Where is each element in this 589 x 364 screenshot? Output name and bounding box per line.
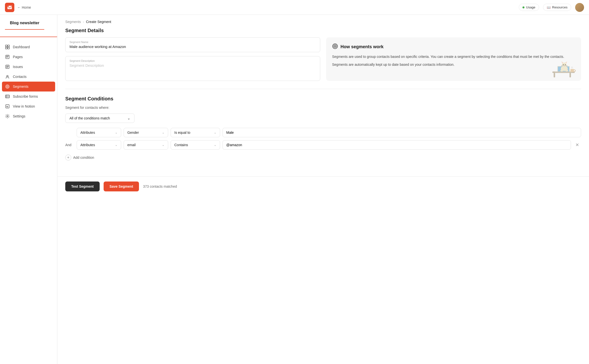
add-condition-plus-icon: + bbox=[65, 155, 71, 160]
svg-rect-7 bbox=[6, 56, 9, 56]
dashboard-icon bbox=[5, 45, 10, 49]
test-segment-button[interactable]: Test Segment bbox=[65, 182, 100, 191]
svg-point-13 bbox=[7, 75, 8, 77]
user-avatar[interactable] bbox=[575, 3, 584, 12]
segment-conditions-title: Segment Conditions bbox=[65, 96, 581, 102]
breadcrumb: Segments › Create Segment bbox=[57, 15, 589, 28]
add-condition-button[interactable]: + Add condition bbox=[65, 153, 581, 162]
svg-rect-2 bbox=[5, 45, 7, 47]
segments-icon bbox=[5, 84, 10, 89]
svg-point-44 bbox=[560, 69, 563, 71]
svg-point-45 bbox=[565, 69, 568, 71]
svg-rect-31 bbox=[555, 71, 572, 72]
condition-2-value-input[interactable] bbox=[223, 140, 571, 150]
chevron-down-icon: ⌄ bbox=[162, 131, 164, 134]
settings-icon bbox=[5, 114, 10, 119]
match-conditions-select[interactable]: All of the conditions match ⌄ bbox=[65, 114, 135, 123]
sidebar-issues-label: Issues bbox=[13, 65, 23, 69]
delete-condition-2-button[interactable]: ✕ bbox=[573, 141, 581, 149]
footer-bar: Test Segment Save Segment 373 contacts m… bbox=[57, 176, 589, 196]
condition-1-attribute-select[interactable]: Attributes ⌄ bbox=[77, 128, 121, 137]
target-icon bbox=[332, 43, 338, 50]
segment-name-label: Segment Name bbox=[69, 41, 316, 44]
segment-name-input[interactable] bbox=[69, 45, 316, 49]
svg-rect-5 bbox=[8, 47, 9, 49]
svg-point-25 bbox=[335, 46, 336, 47]
segment-description-label: Segment Description bbox=[69, 59, 316, 62]
sidebar-item-contacts[interactable]: Contacts bbox=[0, 72, 57, 82]
sidebar-item-pages[interactable]: Pages bbox=[0, 52, 57, 62]
back-arrow-icon: ← bbox=[17, 5, 21, 9]
sidebar-item-segments[interactable]: Segments bbox=[2, 82, 55, 91]
sidebar-item-issues[interactable]: Issues bbox=[0, 62, 57, 72]
segment-description-input[interactable] bbox=[69, 63, 316, 76]
layout: Blog newsletter Dashboard bbox=[0, 0, 589, 364]
issues-icon bbox=[5, 64, 10, 69]
how-segments-para2: Segments are automatically kept up to da… bbox=[332, 62, 575, 67]
svg-rect-16 bbox=[5, 95, 9, 98]
condition-row-1: Attributes ⌄ Gender ⌄ Is equal to ⌄ bbox=[65, 128, 581, 137]
main-content: Segments › Create Segment Segment Detail… bbox=[57, 15, 589, 364]
svg-point-14 bbox=[6, 85, 9, 88]
svg-point-22 bbox=[7, 116, 8, 117]
condition-1-operator-value: Is equal to bbox=[174, 131, 190, 135]
how-segments-work-panel: How segments work Segments are used to g… bbox=[326, 37, 581, 81]
chevron-down-icon: ⌄ bbox=[214, 143, 216, 147]
resources-label: Resources bbox=[552, 5, 567, 9]
condition-1-field-select[interactable]: Gender ⌄ bbox=[124, 128, 168, 137]
svg-rect-27 bbox=[554, 73, 555, 77]
sidebar-nav: Dashboard Pages bbox=[0, 40, 57, 123]
sidebar-item-dashboard[interactable]: Dashboard bbox=[0, 42, 57, 52]
usage-status-dot bbox=[522, 6, 524, 8]
svg-point-15 bbox=[7, 86, 8, 87]
conditions-divider bbox=[65, 89, 581, 89]
resources-button[interactable]: 📖 Resources bbox=[543, 4, 571, 11]
breadcrumb-parent[interactable]: Segments bbox=[65, 20, 81, 24]
svg-point-33 bbox=[562, 63, 567, 68]
page-content: Segment Details Segment Name Segment Des… bbox=[57, 28, 589, 172]
sidebar: Blog newsletter Dashboard bbox=[0, 15, 57, 364]
back-label: Home bbox=[22, 5, 31, 9]
condition-1-field-value: Gender bbox=[127, 131, 139, 135]
match-option-label: All of the conditions match bbox=[69, 116, 110, 120]
condition-1-attribute-value: Attributes bbox=[80, 131, 95, 135]
sidebar-notion-label: View in Notion bbox=[13, 104, 35, 108]
condition-2-label: And bbox=[65, 143, 74, 147]
condition-row-2: And Attributes ⌄ email ⌄ Contains ⌄ ✕ bbox=[65, 140, 581, 150]
match-chevron-icon: ⌄ bbox=[127, 116, 130, 120]
details-grid: Segment Name Segment Description bbox=[65, 37, 581, 81]
sidebar-item-subscribe-forms[interactable]: Subscribe forms bbox=[0, 91, 57, 101]
segment-name-field[interactable]: Segment Name bbox=[65, 37, 320, 52]
condition-1-operator-select[interactable]: Is equal to ⌄ bbox=[171, 128, 220, 137]
save-segment-button[interactable]: Save Segment bbox=[104, 182, 139, 191]
sidebar-segments-label: Segments bbox=[13, 85, 28, 89]
sidebar-item-view-in-notion[interactable]: N View in Notion bbox=[0, 101, 57, 111]
contacts-matched-label: 373 contacts matched bbox=[143, 184, 177, 188]
condition-2-operator-value: Contains bbox=[174, 143, 188, 147]
svg-rect-3 bbox=[8, 45, 9, 47]
condition-2-operator-select[interactable]: Contains ⌄ bbox=[171, 140, 220, 150]
usage-button[interactable]: Usage bbox=[519, 4, 539, 11]
svg-rect-28 bbox=[569, 73, 571, 77]
svg-rect-8 bbox=[6, 57, 8, 57]
back-button[interactable]: ← Home bbox=[17, 5, 31, 9]
topbar: ← Home Usage 📖 Resources bbox=[0, 0, 589, 15]
subscribe-forms-icon bbox=[5, 94, 10, 99]
condition-2-attribute-value: Attributes bbox=[80, 143, 95, 147]
sidebar-pages-label: Pages bbox=[13, 55, 23, 59]
sidebar-settings-label: Settings bbox=[13, 114, 25, 118]
sidebar-item-settings[interactable]: Settings bbox=[0, 111, 57, 121]
segment-description-field[interactable]: Segment Description bbox=[65, 56, 320, 81]
contacts-icon bbox=[5, 74, 10, 79]
svg-point-24 bbox=[334, 45, 337, 48]
chevron-down-icon: ⌄ bbox=[115, 131, 117, 134]
condition-1-value-input[interactable] bbox=[223, 128, 581, 137]
condition-2-attribute-select[interactable]: Attributes ⌄ bbox=[77, 140, 121, 150]
usage-label: Usage bbox=[526, 5, 535, 9]
svg-rect-4 bbox=[5, 47, 7, 49]
condition-2-field-select[interactable]: email ⌄ bbox=[124, 140, 168, 150]
breadcrumb-separator: › bbox=[83, 20, 84, 24]
app-logo[interactable] bbox=[5, 3, 14, 12]
book-icon: 📖 bbox=[547, 5, 551, 9]
chevron-down-icon: ⌄ bbox=[115, 143, 117, 147]
